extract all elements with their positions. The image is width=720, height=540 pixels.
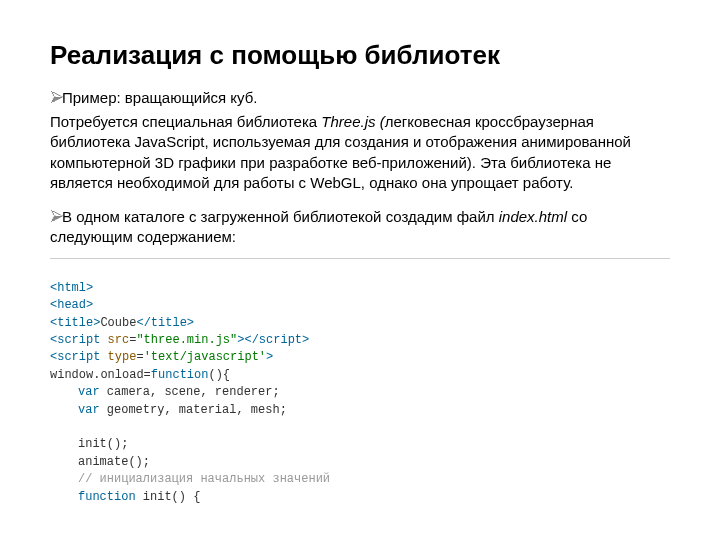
code-line: <script — [50, 333, 108, 347]
code-eq: = — [136, 350, 143, 364]
code-line: (){ — [208, 368, 230, 382]
code-line: camera, scene, renderer; — [100, 385, 280, 399]
bullet2-part-a: В одном каталоге с загруженной библиотек… — [62, 208, 499, 225]
code-line: init() { — [136, 490, 201, 504]
bullet-item-2: ⮚В одном каталоге с загруженной библиоте… — [50, 207, 670, 248]
code-line: geometry, material, mesh; — [100, 403, 287, 417]
bullet-marker-icon: ⮚ — [50, 207, 62, 227]
code-keyword: var — [78, 385, 100, 399]
code-comment: // инициализация начальных значений — [50, 471, 330, 488]
code-keyword: function — [151, 368, 209, 382]
code-line: <head> — [50, 298, 93, 312]
code-attr: src — [108, 333, 130, 347]
code-line: > — [266, 350, 273, 364]
bullet-text-1: Пример: вращающийся куб. — [62, 89, 257, 106]
code-attr: type — [108, 350, 137, 364]
para1-threejs: Three.js ( — [321, 113, 384, 130]
slide-title: Реализация с помощью библиотек — [50, 40, 670, 71]
code-line: <title> — [50, 316, 100, 330]
code-line: init(); — [50, 436, 128, 453]
code-line: animate(); — [50, 454, 150, 471]
code-line: <html> — [50, 281, 93, 295]
code-string: "three.min.js" — [136, 333, 237, 347]
bullet2-filename: index.html — [499, 208, 567, 225]
code-line: ></script — [237, 333, 302, 347]
code-line: <script — [50, 350, 108, 364]
para1-part-a: Потребуется специальная библиотека — [50, 113, 321, 130]
code-block: <html> <head> <title>Coube</title> <scri… — [50, 258, 670, 506]
bullet-item-1: ⮚Пример: вращающийся куб. — [50, 89, 670, 106]
code-text: Coube — [100, 316, 136, 330]
code-line: </title> — [136, 316, 194, 330]
code-line: window.onload= — [50, 368, 151, 382]
code-keyword: var — [78, 403, 100, 417]
code-line: > — [302, 333, 309, 347]
paragraph-1: Потребуется специальная библиотека Three… — [50, 112, 670, 193]
bullet-marker-icon: ⮚ — [50, 89, 62, 106]
code-string: 'text/javascript' — [144, 350, 266, 364]
code-keyword: function — [78, 490, 136, 504]
